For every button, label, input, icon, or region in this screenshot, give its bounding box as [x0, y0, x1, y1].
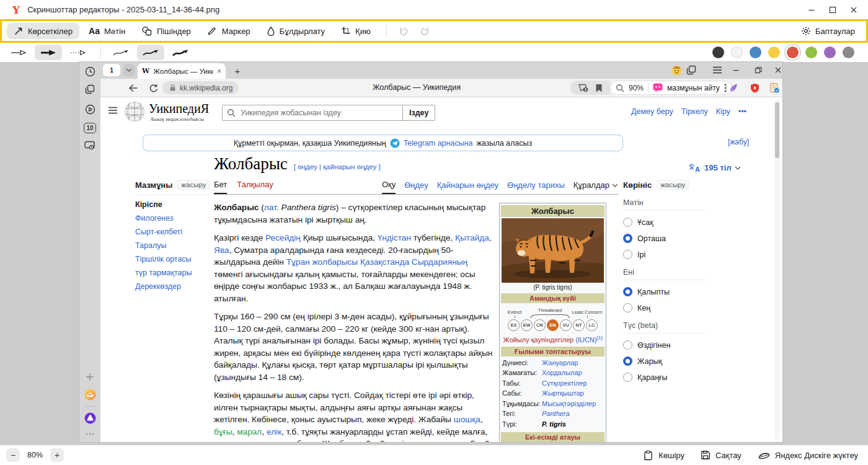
settings-button[interactable]: Баптаулар	[801, 26, 855, 36]
wiki-link[interactable]: Қытайда	[455, 233, 489, 242]
tab-close-icon[interactable]: ×	[217, 67, 221, 76]
article-tab-Құралдар[interactable]: Құралдар	[574, 180, 618, 193]
toc-item[interactable]: Филогенез	[135, 214, 208, 223]
taxonomy-value[interactable]: Panthera	[542, 410, 603, 417]
tool-arrows-button[interactable]: Көрсеткілер	[7, 23, 79, 39]
color-swatch-yellow[interactable]	[768, 46, 780, 58]
appearance-option-Кең[interactable]: Кең	[623, 303, 705, 312]
wiki-link[interactable]: лат.	[264, 203, 279, 212]
browser-tab[interactable]: W Жолбарыс — Уикипед ×	[138, 63, 226, 79]
address-bar[interactable]: kk.wikipedia.org	[162, 81, 239, 94]
maximize-button[interactable]	[822, 2, 843, 18]
collection-badge-icon[interactable]: 1	[578, 83, 588, 92]
status-red-text[interactable]: Жойылу қаупіндегілер	[503, 336, 574, 343]
status-ref[interactable]: [1]	[596, 335, 602, 340]
copy-button[interactable]: Көшіру	[643, 450, 684, 461]
wiki-more-icon[interactable]: •••	[738, 107, 746, 116]
undo-button[interactable]	[393, 24, 414, 38]
read-aloud-label[interactable]: мазмұнын айту	[667, 84, 720, 92]
color-swatch-white[interactable]	[731, 46, 743, 58]
wiki-green-link[interactable]: марал	[237, 427, 262, 436]
taxonomy-value[interactable]: Жыртқыштар	[542, 389, 603, 397]
wiki-menu-icon[interactable]	[108, 107, 118, 114]
arrow-style-sketch-bold[interactable]	[167, 45, 194, 60]
wiki-link[interactable]: Тұран жолбарысы	[286, 257, 358, 267]
tool-crop-button[interactable]: Қию	[334, 23, 378, 39]
appearance-option-Ірі[interactable]: Ірі	[623, 250, 705, 259]
toc-item[interactable]: Таралуы	[135, 241, 208, 250]
profile-avatar[interactable]	[670, 64, 683, 76]
scrollbar-thumb[interactable]	[775, 102, 779, 158]
toc-item[interactable]: Тіршілік ортасы	[135, 255, 208, 264]
article-tab-Талқылау[interactable]: Талқылау	[237, 180, 273, 194]
wikipedia-globe-icon[interactable]	[124, 101, 145, 122]
taxonomy-value[interactable]: Сүтқоректілер	[542, 379, 603, 387]
translate-doc-icon[interactable]	[768, 82, 781, 94]
appearance-option-Қараңғы[interactable]: Қараңғы	[623, 373, 705, 382]
browser-zoom-level[interactable]: 90%	[629, 84, 644, 92]
page-scrollbar[interactable]	[774, 100, 780, 440]
banner-close-link[interactable]: [жабу]	[728, 138, 749, 146]
taxonomy-value[interactable]: Хордалылар	[542, 369, 603, 376]
appearance-option-Өздігінен[interactable]: Өздігінен	[623, 340, 705, 350]
taxonomy-value[interactable]: Мысықтәрізділер	[542, 400, 603, 407]
zoom-out-button[interactable]: −	[6, 448, 20, 462]
editor-canvas[interactable]: 10 1 W Жолбарыс — Уикипед × +	[0, 62, 868, 445]
radio-button[interactable]	[623, 218, 632, 227]
radio-button[interactable]	[623, 356, 632, 366]
article-tab-Қайнарын өңдеу[interactable]: Қайнарын өңдеу	[437, 180, 498, 193]
disk-button[interactable]: Яндекс Дискіге жүктеу	[758, 450, 858, 460]
banner-link[interactable]: Telegram арнасына	[404, 139, 473, 148]
tab-group-chevron[interactable]	[123, 64, 135, 76]
adblock-shield-icon[interactable]	[748, 82, 761, 94]
new-tab-button[interactable]: +	[232, 65, 243, 76]
article-tab-Өңдеу[interactable]: Өңдеу	[404, 180, 428, 193]
browser-close[interactable]	[771, 64, 782, 76]
wiki-green-link[interactable]: бұғы	[214, 427, 232, 436]
toc-item[interactable]: Сырт-келбеті	[135, 228, 208, 236]
tab-group-counter[interactable]: 1	[103, 64, 120, 76]
arrow-style-sketch-medium[interactable]	[137, 45, 164, 60]
wiki-link[interactable]: Қазақстанда	[360, 257, 409, 267]
browser-menu-icon[interactable]	[711, 64, 724, 76]
minimize-button[interactable]	[801, 2, 822, 18]
color-swatch-red[interactable]	[787, 46, 799, 58]
search-input[interactable]	[239, 108, 398, 118]
appearance-option-Орташа[interactable]: Орташа	[623, 234, 705, 243]
title-edit-links[interactable]: [ өңдеу | қайнарын өңдеу ]	[294, 163, 381, 170]
wikipedia-wordmark[interactable]: УикипедиЯ	[149, 102, 209, 116]
appearance-option-Ұсақ[interactable]: Ұсақ	[623, 218, 705, 227]
bookmark-icon[interactable]	[595, 84, 603, 92]
toc-item[interactable]: түр тармақтары	[135, 268, 208, 277]
refresh-icon[interactable]	[146, 82, 160, 94]
wiki-link[interactable]: елік	[267, 427, 281, 436]
status-iucn-link[interactable]: (IUCN)	[575, 336, 596, 343]
browser-restore[interactable]	[751, 64, 765, 76]
tool-text-button[interactable]: АаМәтін	[82, 24, 132, 39]
redo-button[interactable]	[414, 24, 435, 38]
color-swatch-blue[interactable]	[750, 46, 761, 58]
wiki-top-link[interactable]: Демеу беру	[631, 107, 673, 116]
wiki-search-box[interactable]	[222, 105, 403, 121]
arrow-style-straight-bold[interactable]	[35, 45, 62, 60]
radio-button[interactable]	[623, 303, 632, 312]
article-tab-Өңделу тарихы[interactable]: Өңделу тарихы	[507, 180, 565, 193]
toc-item[interactable]: Кіріспе	[135, 200, 208, 209]
wiki-top-link[interactable]: Тіркелу	[681, 107, 708, 116]
appearance-option-Қалыпты[interactable]: Қалыпты	[623, 287, 705, 296]
toc-hide-button[interactable]: жасыру	[177, 180, 210, 190]
color-swatch-green[interactable]	[805, 46, 817, 58]
wiki-link[interactable]: Ява	[214, 246, 229, 255]
search-button[interactable]: Іздеу	[402, 105, 435, 121]
appearance-option-Жарық[interactable]: Жарық	[623, 356, 705, 366]
article-tab-Оқу[interactable]: Оқу	[382, 180, 396, 194]
browser-minimize[interactable]	[729, 64, 743, 76]
radio-button[interactable]	[623, 373, 632, 382]
tool-marker-button[interactable]: Маркер	[200, 23, 257, 39]
close-button[interactable]	[843, 2, 864, 18]
wiki-link[interactable]: Үндістан	[378, 233, 411, 242]
wiki-link[interactable]: Сырдарияның	[412, 257, 467, 267]
radio-button[interactable]	[623, 287, 632, 296]
tool-blur-button[interactable]: Бұлдырлату	[260, 23, 332, 39]
article-tab-Бет[interactable]: Бет	[214, 180, 227, 194]
